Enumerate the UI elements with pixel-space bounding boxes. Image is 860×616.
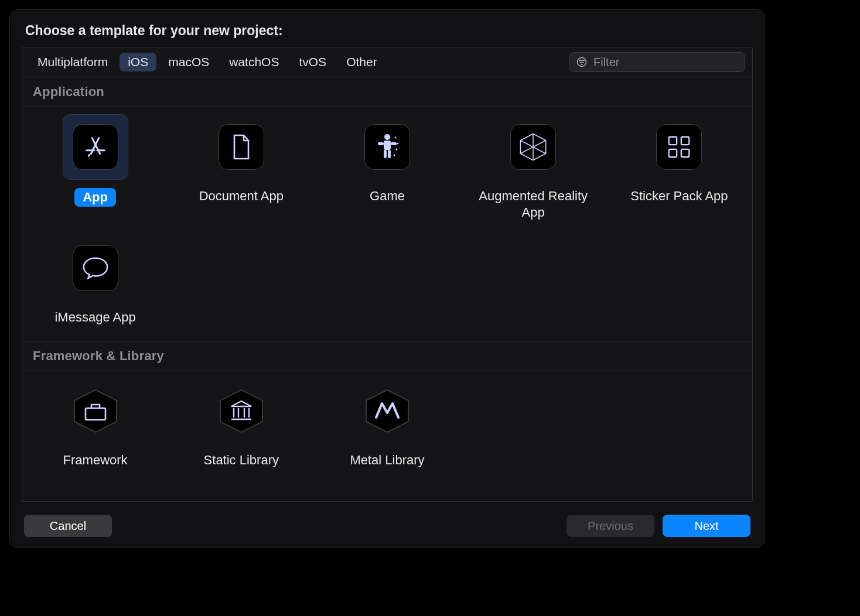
template-framework[interactable]: Framework — [22, 379, 168, 468]
cancel-button[interactable]: Cancel — [24, 515, 112, 537]
svg-rect-26 — [681, 149, 689, 157]
section-header-application: Application — [22, 77, 752, 107]
svg-point-17 — [395, 149, 397, 150]
template-label: Framework — [63, 452, 128, 468]
svg-line-4 — [92, 138, 100, 154]
filter-input[interactable] — [592, 55, 743, 70]
document-icon — [229, 133, 254, 161]
footer-buttons: Cancel Previous Next — [22, 502, 753, 537]
tab-ios[interactable]: iOS — [120, 53, 156, 71]
svg-point-9 — [384, 134, 390, 140]
svg-point-16 — [397, 143, 398, 145]
svg-marker-29 — [220, 390, 262, 432]
template-label: Sticker Pack App — [630, 188, 728, 204]
imessage-icon — [81, 255, 110, 282]
stickers-icon — [666, 134, 692, 160]
template-label: App — [74, 188, 116, 207]
svg-line-5 — [91, 138, 98, 154]
library-icon — [217, 388, 265, 434]
template-sticker-pack-app[interactable]: Sticker Pack App — [606, 115, 752, 220]
svg-rect-25 — [669, 149, 677, 157]
svg-point-18 — [393, 155, 395, 156]
template-static-library[interactable]: Static Library — [168, 379, 314, 468]
svg-rect-10 — [384, 141, 391, 150]
filter-icon — [576, 56, 588, 68]
template-augmented-reality-app[interactable]: Augmented Reality App — [460, 115, 606, 220]
svg-point-15 — [394, 137, 396, 139]
template-label: iMessage App — [54, 309, 135, 326]
platform-tabbar: Multiplatform iOS macOS watchOS tvOS Oth… — [22, 47, 752, 77]
arkit-icon — [518, 132, 548, 162]
svg-point-0 — [578, 58, 586, 67]
tab-macos[interactable]: macOS — [160, 53, 217, 71]
section-framework-library: Framework — [22, 371, 752, 484]
template-imessage-app[interactable]: iMessage App — [22, 237, 168, 326]
svg-rect-24 — [681, 137, 689, 145]
new-project-sheet: Choose a template for your new project: … — [9, 9, 765, 548]
template-label: Augmented Reality App — [475, 188, 592, 220]
template-label: Game — [370, 188, 405, 204]
tab-tvos[interactable]: tvOS — [291, 53, 335, 71]
svg-rect-14 — [388, 150, 391, 158]
template-metal-library[interactable]: Metal Library — [314, 379, 460, 468]
game-icon — [373, 132, 401, 162]
template-label: Document App — [199, 188, 284, 204]
svg-rect-13 — [384, 150, 387, 158]
template-document-app[interactable]: Document App — [168, 115, 314, 220]
metal-icon — [363, 388, 411, 434]
tab-other[interactable]: Other — [338, 53, 385, 71]
svg-rect-11 — [378, 142, 384, 145]
framework-icon — [71, 388, 120, 434]
next-button[interactable]: Next — [663, 515, 750, 537]
template-game[interactable]: Game — [314, 115, 460, 220]
template-app[interactable]: App — [22, 115, 168, 220]
template-panel: Multiplatform iOS macOS watchOS tvOS Oth… — [22, 47, 753, 502]
svg-marker-27 — [74, 390, 117, 432]
svg-rect-12 — [391, 142, 397, 145]
sheet-title: Choose a template for your new project: — [25, 23, 753, 39]
template-label: Static Library — [204, 452, 279, 468]
section-header-framework-library: Framework & Library — [22, 341, 752, 371]
svg-line-8 — [88, 155, 89, 156]
filter-field[interactable] — [569, 52, 745, 72]
tab-watchos[interactable]: watchOS — [221, 53, 287, 71]
tab-multiplatform[interactable]: Multiplatform — [29, 53, 116, 71]
template-label: Metal Library — [350, 452, 424, 468]
previous-button: Previous — [566, 515, 654, 537]
svg-rect-23 — [669, 137, 677, 145]
appstore-icon — [82, 134, 109, 160]
section-application: App Document — [22, 107, 752, 341]
